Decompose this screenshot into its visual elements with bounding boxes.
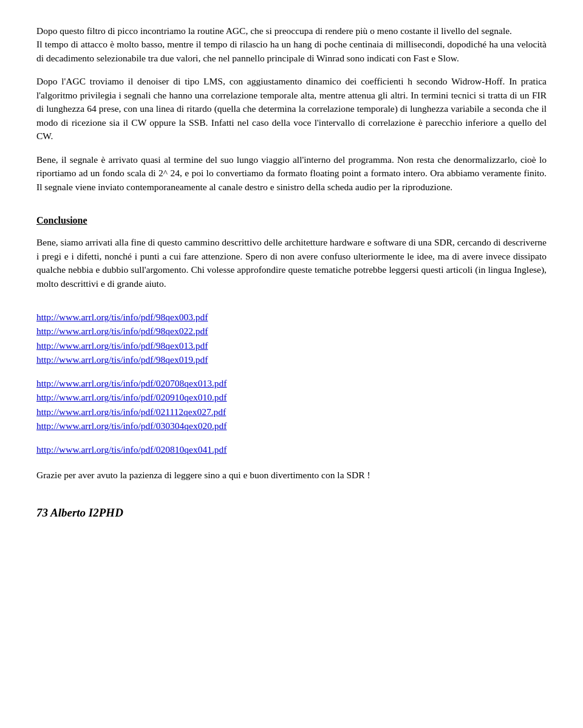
para-conclusione-text: Bene, siamo arrivati alla fine di questo… xyxy=(36,237,547,288)
paragraph-3-4-5-6: Dopo l'AGC troviamo il denoiser di tipo … xyxy=(36,75,547,143)
link-item[interactable]: http://www.arrl.org/tis/info/pdf/020810q… xyxy=(36,442,547,456)
para2-text: Il tempo di attacco è molto basso, mentr… xyxy=(36,39,547,63)
para1-text: Dopo questo filtro di picco incontriamo … xyxy=(36,26,512,36)
paragraph-final: Grazie per aver avuto la pazienza di leg… xyxy=(36,469,547,482)
link-item[interactable]: http://www.arrl.org/tis/info/pdf/98qex01… xyxy=(36,352,547,366)
link-group-3: http://www.arrl.org/tis/info/pdf/020810q… xyxy=(36,442,547,456)
para3-text: Dopo l'AGC troviamo il denoiser di tipo … xyxy=(36,76,505,86)
page-content: Dopo questo filtro di picco incontriamo … xyxy=(36,24,547,521)
link-item[interactable]: http://www.arrl.org/tis/info/pdf/98qex00… xyxy=(36,310,547,324)
link-item[interactable]: http://www.arrl.org/tis/info/pdf/021112q… xyxy=(36,405,547,419)
link-group-2: http://www.arrl.org/tis/info/pdf/020708q… xyxy=(36,376,547,433)
link-item[interactable]: http://www.arrl.org/tis/info/pdf/020910q… xyxy=(36,390,547,404)
link-item[interactable]: http://www.arrl.org/tis/info/pdf/98qex02… xyxy=(36,324,547,338)
paragraph-1: Dopo questo filtro di picco incontriamo … xyxy=(36,24,547,38)
link-group-1: http://www.arrl.org/tis/info/pdf/98qex00… xyxy=(36,310,547,366)
paragraph-2: Il tempo di attacco è molto basso, mentr… xyxy=(36,38,547,65)
paragraph-conclusione: Bene, siamo arrivati alla fine di questo… xyxy=(36,236,547,290)
para7-text: Bene, il segnale è arrivato quasi al ter… xyxy=(36,154,547,192)
signature: 73 Alberto I2PHD xyxy=(36,504,547,521)
para-final-text: Grazie per aver avuto la pazienza di leg… xyxy=(36,470,370,480)
link-item[interactable]: http://www.arrl.org/tis/info/pdf/98qex01… xyxy=(36,338,547,352)
link-item[interactable]: http://www.arrl.org/tis/info/pdf/030304q… xyxy=(36,419,547,433)
conclusione-heading: Conclusione xyxy=(36,213,547,227)
link-item[interactable]: http://www.arrl.org/tis/info/pdf/020708q… xyxy=(36,376,547,390)
paragraph-7: Bene, il segnale è arrivato quasi al ter… xyxy=(36,153,547,194)
